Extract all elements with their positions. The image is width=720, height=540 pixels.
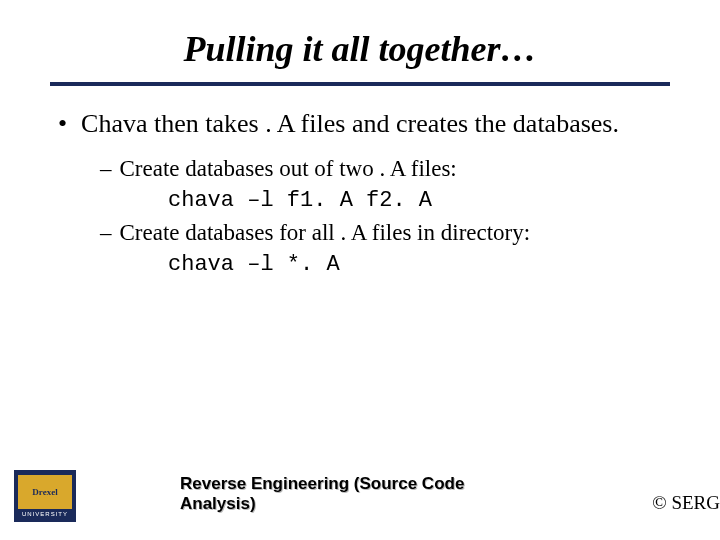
sub-list: – Create databases out of two . A files:… xyxy=(58,154,670,280)
bullet-marker: • xyxy=(58,108,67,140)
code-line: chava –l f1. A f2. A xyxy=(100,186,670,216)
bullet-item: • Chava then takes . A files and creates… xyxy=(58,108,670,140)
footer-title: Reverse Engineering (Source Code Analysi… xyxy=(180,474,540,514)
slide-title: Pulling it all together… xyxy=(50,28,670,70)
logo-name: Drexel xyxy=(18,475,72,509)
title-rule xyxy=(50,82,670,86)
sub-item: – Create databases out of two . A files: xyxy=(100,154,670,184)
bullet-text: Chava then takes . A files and creates t… xyxy=(81,108,619,140)
code-line: chava –l *. A xyxy=(100,250,670,280)
sub-text: Create databases out of two . A files: xyxy=(120,154,457,184)
university-logo: Drexel UNIVERSITY xyxy=(14,470,76,522)
sub-text: Create databases for all . A files in di… xyxy=(120,218,531,248)
slide: Pulling it all together… • Chava then ta… xyxy=(0,0,720,540)
footer: Drexel UNIVERSITY Reverse Engineering (S… xyxy=(0,468,720,528)
logo-subtext: UNIVERSITY xyxy=(22,511,68,517)
sub-marker: – xyxy=(100,218,112,248)
sub-item: – Create databases for all . A files in … xyxy=(100,218,670,248)
sub-marker: – xyxy=(100,154,112,184)
content-area: • Chava then takes . A files and creates… xyxy=(50,108,670,280)
copyright: © SERG xyxy=(652,492,720,514)
